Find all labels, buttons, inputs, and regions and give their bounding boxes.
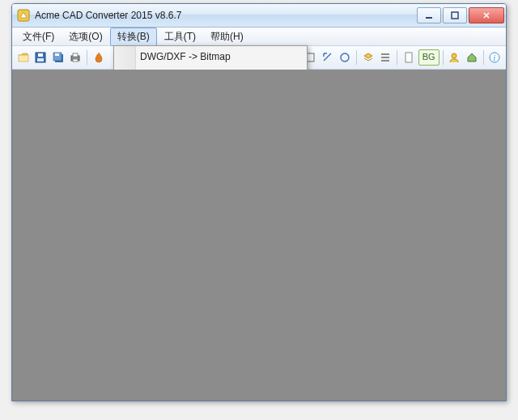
list-icon[interactable] xyxy=(378,49,394,66)
save-all-icon[interactable] xyxy=(50,49,66,66)
menubar: 文件(F) 选项(O) 转换(B) 工具(T) 帮助(H) DWG/DXF ->… xyxy=(12,28,506,46)
svg-rect-1 xyxy=(426,17,432,19)
menu-convert[interactable]: 转换(B) xyxy=(110,28,157,46)
app-window: Acme CAD Converter 2015 v8.6.7 文件(F) 选项(… xyxy=(11,3,507,401)
menu-tools[interactable]: 工具(T) xyxy=(157,28,203,46)
svg-point-13 xyxy=(341,53,349,62)
home-icon[interactable] xyxy=(464,49,480,66)
canvas-area xyxy=(12,70,506,401)
svg-rect-5 xyxy=(37,58,44,62)
menu-help[interactable]: 帮助(H) xyxy=(203,28,251,46)
user-icon[interactable] xyxy=(446,49,462,66)
info-icon[interactable]: i xyxy=(486,49,503,66)
open-file-icon[interactable] xyxy=(15,49,32,66)
desktop: Acme CAD Converter 2015 v8.6.7 文件(F) 选项(… xyxy=(0,0,518,420)
svg-rect-11 xyxy=(73,59,78,62)
close-button[interactable] xyxy=(469,7,504,23)
maximize-button[interactable] xyxy=(443,7,467,23)
svg-rect-4 xyxy=(38,53,43,57)
svg-rect-14 xyxy=(405,53,412,62)
toolbar-separator xyxy=(483,50,484,65)
toolbar-separator xyxy=(356,50,357,65)
print-icon[interactable] xyxy=(68,49,84,66)
svg-point-15 xyxy=(452,53,456,58)
menu-file[interactable]: 文件(F) xyxy=(15,28,62,46)
titlebar: Acme CAD Converter 2015 v8.6.7 xyxy=(12,4,506,28)
minimize-button[interactable] xyxy=(417,7,441,23)
tool-icon-3[interactable] xyxy=(338,49,354,66)
toolbar-separator xyxy=(87,50,87,65)
toolbar-separator xyxy=(397,50,397,65)
save-icon[interactable] xyxy=(33,49,49,66)
bg-button[interactable]: BG xyxy=(418,49,439,66)
toolbar-separator xyxy=(443,50,444,65)
window-buttons xyxy=(417,7,504,23)
svg-text:i: i xyxy=(494,53,496,62)
svg-rect-8 xyxy=(55,53,59,56)
svg-rect-2 xyxy=(452,12,458,19)
menu-item-label: DWG/DXF -> Bitmap xyxy=(140,51,231,62)
tool-icon-2[interactable] xyxy=(320,49,336,66)
svg-rect-10 xyxy=(73,53,78,57)
window-title: Acme CAD Converter 2015 v8.6.7 xyxy=(35,10,417,21)
menu-options[interactable]: 选项(O) xyxy=(62,28,109,46)
page-icon[interactable] xyxy=(401,49,417,66)
flame-icon[interactable] xyxy=(91,49,107,66)
layers-icon[interactable] xyxy=(360,49,376,66)
app-icon xyxy=(17,9,30,22)
convert-menu-item[interactable]: DWG/DXF -> Bitmap xyxy=(116,48,305,66)
